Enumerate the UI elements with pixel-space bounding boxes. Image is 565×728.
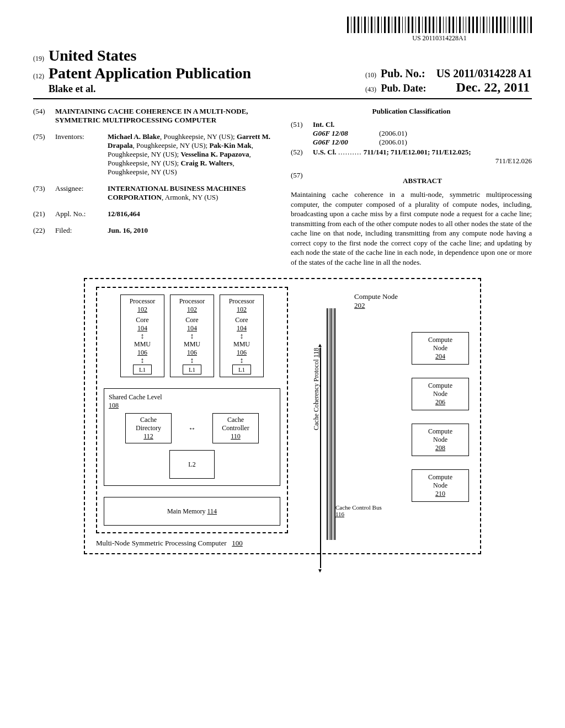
node-ref-208: 208 [435, 444, 445, 452]
assignee-row: (73) Assignee: INTERNATIONAL BUSINESS MA… [33, 184, 274, 202]
mmu-ref-3: 106 [223, 349, 260, 357]
assignee-value: INTERNATIONAL BUSINESS MACHINES CORPORAT… [108, 184, 274, 202]
cache-directory-label: Cache Directory [136, 416, 161, 432]
barcode-bars [347, 17, 532, 33]
code-54: (54) [33, 107, 55, 125]
processor-box-1: Processor 102 Core 104 ↕ MMU 106 ↕ L1 [120, 295, 164, 377]
l1-label-2: L1 [183, 365, 201, 374]
cache-controller-label: Cache Controller [222, 416, 249, 432]
mmu-label: MMU [124, 340, 161, 349]
uscl-label: U.S. Cl. [313, 148, 337, 156]
intcl-year-0: (2006.01) [379, 129, 532, 138]
processor-label: Processor [124, 297, 161, 306]
cache-directory-ref: 112 [143, 432, 153, 440]
barcode-area: US 20110314228A1 [33, 17, 532, 42]
abstract-header: ABSTRACT [313, 176, 532, 185]
protocol-label: Cache Coherency Protocol 118 [312, 348, 321, 430]
code-43: (43) [365, 85, 376, 93]
bus-label: Cache Control Bus 116 [335, 504, 469, 517]
uscl-row: (52) U.S. Cl. .......... 711/141; 711/E1… [291, 148, 532, 165]
intcl-item-0: G06F 12/08 (2006.01) [313, 129, 532, 138]
node-label-208: Compute [428, 427, 452, 435]
intcl-year-1: (2006.01) [379, 138, 532, 147]
shared-cache-box: Shared Cache Level 108 Cache Directory 1… [104, 388, 280, 486]
node-label-210: Compute [428, 473, 452, 481]
uscl-line: U.S. Cl. .......... 711/141; 711/E12.001… [313, 148, 532, 157]
intcl-item-1: G06F 12/00 (2006.01) [313, 138, 532, 147]
core-label-2: Core [174, 316, 210, 324]
intcl-label: Int. Cl. [313, 120, 532, 129]
processor-row: Processor 102 Core 104 ↕ MMU 106 ↕ L1 Pr… [104, 295, 280, 377]
assignee-label: Assignee: [55, 184, 108, 202]
left-column: (54) MAINTAINING CACHE COHERENCE IN A MU… [33, 107, 274, 267]
code-22: (22) [33, 226, 55, 235]
code-52: (52) [291, 148, 313, 165]
uscl-leader: .......... [338, 148, 362, 156]
cache-controller-ref: 110 [231, 432, 241, 440]
bus-area [327, 336, 335, 512]
bus-lines [327, 308, 335, 540]
filed-row: (22) Filed: Jun. 16, 2010 [33, 226, 274, 235]
core-label: Core [124, 316, 161, 324]
compute-node-210: ComputeNode 210 [412, 469, 469, 502]
node-ref-206: 206 [435, 398, 445, 406]
code-19: (19) [33, 55, 44, 62]
header-left: (19) United States (12) Patent Applicati… [33, 47, 251, 95]
compute-node-text: Compute Node [354, 292, 398, 301]
pub-date-label: Pub. Date: [381, 83, 427, 94]
mmu-ref: 106 [124, 349, 161, 357]
barcode-text: US 20110314228A1 [412, 34, 467, 42]
publication-type: Patent Application Publication [49, 65, 251, 82]
mmu-ref-2: 106 [174, 349, 210, 357]
main-memory-ref: 114 [207, 507, 217, 516]
filed-value: Jun. 16, 2010 [108, 226, 274, 235]
pub-no-label-text: Pub. No.: [381, 67, 425, 79]
main-memory-label: Main Memory [167, 507, 206, 516]
figure-outer: Processor 102 Core 104 ↕ MMU 106 ↕ L1 Pr… [84, 278, 481, 554]
inventors-label: Inventors: [55, 132, 108, 176]
core-ref-2: 104 [174, 324, 210, 333]
processor-label-3: Processor [223, 297, 260, 306]
columns: (54) MAINTAINING CACHE COHERENCE IN A MU… [33, 107, 532, 267]
cache-directory-box: Cache Directory 112 [125, 413, 172, 443]
l1-label: L1 [133, 365, 152, 374]
processor-ref: 102 [124, 306, 161, 314]
code-75: (75) [33, 132, 55, 176]
processor-box-3: Processor 102 Core 104 ↕ MMU 106 ↕ L1 [220, 295, 264, 377]
abstract-text: Maintaining cache coherence in a multi-n… [291, 190, 532, 267]
protocol-text: Cache Coherency Protocol [312, 360, 320, 431]
mmu-label-3: MMU [223, 340, 260, 349]
l1-label-3: L1 [232, 365, 251, 374]
inventors-value: Michael A. Blake, Poughkeepsie, NY (US);… [108, 132, 274, 176]
filed-label: Filed: [55, 226, 108, 235]
processor-box-2: Processor 102 Core 104 ↕ MMU 106 ↕ L1 [170, 295, 214, 377]
code-21: (21) [33, 210, 55, 218]
header-right: (10) Pub. No.: US 2011/0314228 A1 (43) P… [365, 67, 532, 95]
mmu-label-2: MMU [174, 340, 210, 349]
compute-node-206: ComputeNode 206 [412, 378, 469, 410]
patent-page: US 20110314228A1 (19) United States (12)… [0, 0, 565, 576]
header-block: (19) United States (12) Patent Applicati… [33, 47, 532, 95]
uscl-extra: 711/E12.026 [313, 157, 532, 165]
processor-ref-2: 102 [174, 306, 210, 314]
node-ref-204: 204 [435, 352, 445, 360]
figure-footer-ref: 100 [232, 539, 243, 547]
shared-cache-label: Shared Cache Level 108 [109, 393, 275, 410]
processor-label-2: Processor [174, 297, 210, 306]
core-ref-3: 104 [223, 324, 260, 333]
code-57: (57) [291, 171, 313, 189]
filed-text: Jun. 16, 2010 [108, 226, 148, 234]
divider-line [33, 98, 532, 99]
node-label-206: Compute [428, 382, 452, 389]
figure-footer-text: Multi-Node Symmetric Processing Computer [96, 539, 227, 547]
core-ref: 104 [124, 324, 161, 333]
node-label-204: Compute [428, 336, 452, 344]
pub-date: Dec. 22, 2011 [456, 80, 530, 94]
figure-right: Compute Node 202 Cache Coherency Protoco… [310, 287, 469, 517]
assignee-loc: Armonk, NY (US) [165, 193, 218, 201]
shared-cache-text: Shared Cache Level [109, 393, 162, 401]
applno-value: 12/816,464 [108, 210, 274, 218]
applno-text: 12/816,464 [108, 210, 140, 218]
node-ref-210: 210 [435, 490, 445, 497]
pub-no-value: US 2011/0314228 A1 [436, 67, 532, 79]
